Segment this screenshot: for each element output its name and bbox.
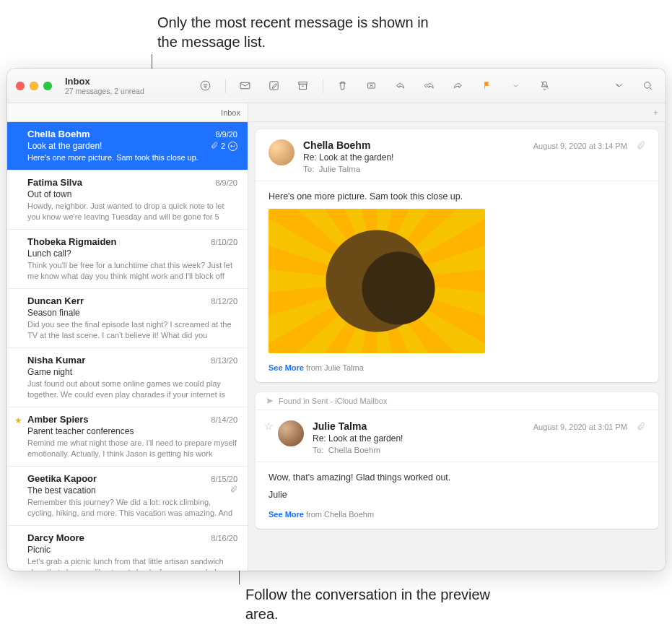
search-button[interactable]: [635, 76, 660, 96]
callout-top: Only the most recent message is shown in…: [157, 13, 432, 52]
toolbar: Inbox 27 messages, 2 unread: [7, 69, 666, 103]
reply-button[interactable]: [388, 76, 413, 96]
new-tab-button[interactable]: ＋: [645, 103, 666, 121]
message-date: 8/13/20: [211, 356, 237, 365]
mail-window: Inbox 27 messages, 2 unread: [7, 69, 666, 571]
message-subject: Parent teacher conferences: [27, 426, 134, 436]
see-more-link[interactable]: See More: [269, 510, 304, 519]
attached-image[interactable]: [269, 209, 485, 353]
thread-message: Found in Sent - iCloud Mailbox☆Julie Tal…: [256, 392, 658, 529]
signature: Julie: [269, 490, 645, 500]
message-date: 8/9/20: [215, 130, 237, 139]
message-list-item[interactable]: Geetika Kapoor8/15/20The best vacationRe…: [7, 467, 248, 526]
message-list-item[interactable]: Fatima Silva8/9/20Out of townHowdy, neig…: [7, 170, 248, 230]
svg-point-6: [644, 82, 650, 89]
junk-button[interactable]: [359, 76, 384, 96]
message-from: Chella Boehm: [27, 129, 90, 139]
message-subject: Picnic: [27, 545, 51, 555]
message-list-item[interactable]: Duncan Kerr8/12/20Season finaleDid you s…: [7, 289, 248, 348]
thread-subject: Re: Look at the garden!: [303, 152, 627, 163]
archive-button[interactable]: [291, 76, 315, 96]
message-from: Amber Spiers: [27, 414, 89, 425]
thread-count: 2: [221, 142, 225, 150]
get-mail-button[interactable]: [233, 76, 258, 96]
thread-to: To: Chella Boehm: [313, 446, 627, 454]
thread-header: Chella BoehmAugust 9, 2020 at 3:14 PMRe:…: [256, 129, 658, 181]
see-more[interactable]: See More from Julie Talma: [269, 363, 645, 372]
message-indicators: [230, 485, 237, 495]
message-subject: Look at the garden!: [27, 141, 102, 151]
compose-button[interactable]: [262, 76, 287, 96]
message-date: 8/14/20: [211, 415, 237, 424]
close-window-button[interactable]: [16, 82, 25, 90]
message-preview: Here's one more picture. Sam took this c…: [27, 152, 237, 163]
message-date: 8/16/20: [211, 534, 237, 542]
callout-bottom: Follow the conversation in the preview a…: [245, 585, 498, 624]
message-from: Duncan Kerr: [27, 295, 84, 306]
message-preview: Let's grab a picnic lunch from that litt…: [27, 556, 237, 571]
message-date: 8/9/20: [215, 178, 237, 187]
message-list-item[interactable]: ★Amber Spiers8/14/20Parent teacher confe…: [7, 407, 248, 467]
see-more-link[interactable]: See More: [269, 363, 304, 372]
message-subject: The best vacation: [27, 485, 96, 496]
attachment-icon: [636, 422, 645, 433]
mute-button[interactable]: [533, 76, 557, 96]
message-list-item[interactable]: Chella Boehm8/9/20Look at the garden! 2 …: [7, 122, 248, 170]
message-preview: Howdy, neighbor. Just wanted to drop a q…: [27, 201, 237, 222]
thread-to: To: Julie Talma: [303, 165, 627, 173]
message-list[interactable]: Chella Boehm8/9/20Look at the garden! 2 …: [7, 122, 248, 571]
avatar: [269, 139, 294, 165]
attachment-icon: [210, 142, 218, 151]
svg-rect-1: [241, 82, 250, 89]
reply-badge-icon: ↩: [228, 142, 237, 151]
message-preview: Just found out about some online games w…: [27, 379, 237, 400]
delete-button[interactable]: [331, 76, 355, 96]
minimize-window-button[interactable]: [30, 82, 38, 90]
found-in-label: Found in Sent - iCloud Mailbox: [279, 397, 387, 405]
see-more[interactable]: See More from Chella Boehm: [269, 510, 645, 519]
flag-menu-button[interactable]: [504, 76, 528, 96]
message-subject: Lunch call?: [27, 248, 71, 259]
main-body: Chella Boehm8/9/20Look at the garden! 2 …: [7, 122, 666, 571]
more-button[interactable]: [606, 76, 631, 96]
message-list-item[interactable]: Thobeka Rigmaiden8/10/20Lunch call?Think…: [7, 230, 248, 289]
window-controls: [16, 82, 52, 90]
message-preview: Did you see the final episode last night…: [27, 319, 237, 341]
thread-header: ☆Julie TalmaAugust 9, 2020 at 3:01 PMRe:…: [256, 410, 658, 462]
flag-icon: ★: [14, 415, 22, 425]
found-in-bar: Found in Sent - iCloud Mailbox: [256, 392, 658, 410]
mailbox-subtitle: 27 messages, 2 unread: [65, 87, 144, 95]
star-outline-icon[interactable]: ☆: [264, 420, 274, 454]
svg-point-0: [201, 81, 211, 90]
message-preview: Think you'll be free for a lunchtime cha…: [27, 260, 237, 282]
message-from: Nisha Kumar: [27, 355, 85, 366]
message-preview: Remind me what night those are. I'll nee…: [27, 438, 237, 459]
mailbox-title-block: Inbox 27 messages, 2 unread: [65, 76, 144, 95]
thread-body-text: Wow, that's amazing! Glad things worked …: [269, 472, 645, 483]
tab-label: Inbox: [221, 108, 240, 117]
preview-pane[interactable]: Chella BoehmAugust 9, 2020 at 3:14 PMRe:…: [248, 122, 666, 571]
mailbox-title: Inbox: [65, 76, 144, 87]
message-date: 8/12/20: [211, 297, 237, 306]
message-list-item[interactable]: Nisha Kumar8/13/20Game nightJust found o…: [7, 348, 248, 407]
thread-body: Wow, that's amazing! Glad things worked …: [256, 462, 658, 529]
filter-button[interactable]: [193, 76, 218, 96]
thread-body: Here's one more picture. Sam took this c…: [256, 181, 658, 382]
reply-all-button[interactable]: [417, 76, 442, 96]
thread-subject: Re: Look at the garden!: [313, 433, 627, 444]
thread-from: Julie Talma: [313, 420, 367, 432]
message-preview: Remember this journey? We did a lot: roc…: [27, 497, 237, 519]
zoom-window-button[interactable]: [43, 82, 52, 90]
message-subject: Out of town: [27, 189, 71, 199]
message-from: Darcy Moore: [27, 532, 84, 543]
tab-inbox[interactable]: Inbox: [7, 103, 248, 121]
message-date: 8/10/20: [211, 238, 237, 246]
thread-date: August 9, 2020 at 3:01 PM: [533, 423, 627, 431]
message-from: Fatima Silva: [27, 177, 82, 188]
message-indicators: 2 ↩: [210, 142, 237, 151]
flag-button[interactable]: [475, 76, 499, 96]
forward-button[interactable]: [446, 76, 471, 96]
message-list-item[interactable]: Darcy Moore8/16/20PicnicLet's grab a pic…: [7, 526, 248, 571]
attachment-icon: [636, 141, 645, 152]
thread-body-text: Here's one more picture. Sam took this c…: [269, 191, 645, 202]
